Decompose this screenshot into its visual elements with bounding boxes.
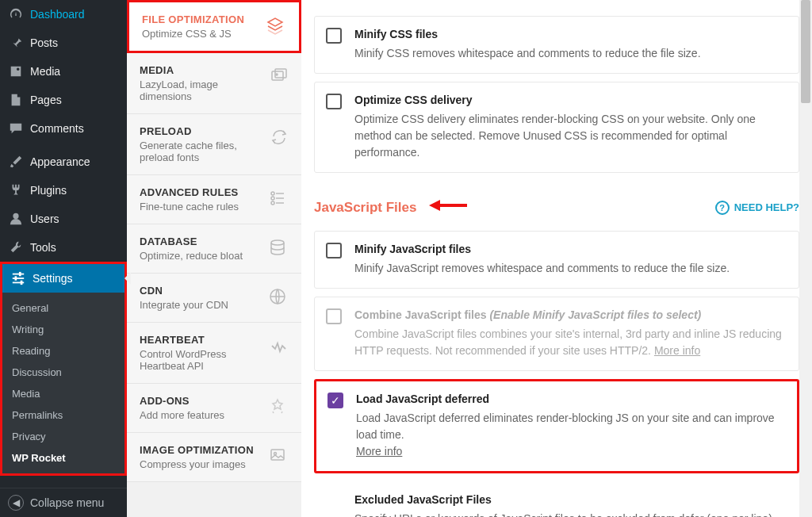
submenu-general[interactable]: General xyxy=(2,297,124,319)
combine-js-checkbox xyxy=(326,308,342,324)
option-title: Combine JavaScript files xyxy=(354,308,487,321)
svg-marker-21 xyxy=(429,200,440,211)
checkbox[interactable] xyxy=(326,94,342,109)
submenu-discussion[interactable]: Discussion xyxy=(2,362,124,383)
tab-icon xyxy=(268,446,289,468)
option-title: Minify CSS files xyxy=(354,28,784,40)
tab-title: FILE OPTIMIZATION xyxy=(142,13,244,25)
defer-js-checkbox[interactable]: ✓ xyxy=(327,393,343,408)
menu-tools[interactable]: Tools xyxy=(0,233,127,262)
svg-point-14 xyxy=(271,201,274,205)
tab-title: DATABASE xyxy=(140,236,243,247)
svg-point-19 xyxy=(274,453,277,455)
submenu-privacy[interactable]: Privacy xyxy=(2,426,124,447)
menu-pages[interactable]: Pages xyxy=(0,86,127,114)
rocket-tab-heartbeat[interactable]: HEARTBEATControl WordPress Heartbeat API xyxy=(127,323,301,384)
minify-js-checkbox[interactable] xyxy=(326,243,342,258)
svg-point-0 xyxy=(13,213,18,219)
menu-settings[interactable]: Settings xyxy=(2,264,124,293)
menu-label: Pages xyxy=(30,94,62,106)
tab-title: PRELOAD xyxy=(140,125,262,137)
more-info-link[interactable]: More info xyxy=(654,344,700,357)
rocket-tab-cdn[interactable]: CDNIntegrate your CDN xyxy=(127,274,301,323)
tab-icon xyxy=(270,336,289,358)
submenu-media[interactable]: Media xyxy=(2,383,124,404)
css-option: Optimize CSS deliveryOptimize CSS delive… xyxy=(314,82,799,173)
menu-users[interactable]: Users xyxy=(0,205,127,233)
rocket-tab-image-optimization[interactable]: IMAGE OPTIMIZATIONCompress your images xyxy=(127,433,301,482)
menu-dashboard[interactable]: Dashboard xyxy=(0,0,127,29)
scrollbar[interactable] xyxy=(799,0,812,517)
tab-title: IMAGE OPTIMIZATION xyxy=(140,444,254,456)
menu-posts[interactable]: Posts xyxy=(0,29,127,57)
tab-subtitle: Fine-tune cache rules xyxy=(140,201,239,213)
option-title: Minify JavaScript files xyxy=(354,243,784,255)
rocket-tab-add-ons[interactable]: ADD-ONSAdd more features xyxy=(127,384,301,433)
scrollbar-thumb[interactable] xyxy=(801,0,810,103)
menu-label: Users xyxy=(30,213,59,225)
media-icon xyxy=(8,63,24,79)
excluded-js-option: Excluded JavaScript Files Specify URLs o… xyxy=(314,481,799,517)
svg-rect-7 xyxy=(272,71,283,80)
menu-plugins[interactable]: Plugins xyxy=(0,176,127,205)
wp-admin-sidebar: DashboardPostsMediaPagesComments Appeara… xyxy=(0,0,127,517)
menu-label: Tools xyxy=(30,241,56,254)
collapse-icon: ◀ xyxy=(8,495,24,511)
submenu-permalinks[interactable]: Permalinks xyxy=(2,404,124,426)
collapse-menu[interactable]: ◀ Collapse menu xyxy=(0,488,127,517)
rocket-tab-advanced-rules[interactable]: ADVANCED RULESFine-tune cache rules xyxy=(127,175,301,224)
more-info-link[interactable]: More info xyxy=(356,445,402,458)
menu-label: Media xyxy=(30,65,60,78)
menu-media[interactable]: Media xyxy=(0,57,127,86)
collapse-label: Collapse menu xyxy=(30,496,104,509)
rocket-tab-file-optimization[interactable]: FILE OPTIMIZATIONOptimize CSS & JS xyxy=(127,0,301,53)
menu-appearance[interactable]: Appearance xyxy=(0,147,127,176)
rocket-tab-media[interactable]: MEDIALazyLoad, image dimensions xyxy=(127,53,301,114)
tab-title: ADD-ONS xyxy=(140,395,224,407)
plug-icon xyxy=(8,182,24,198)
tab-subtitle: Generate cache files, preload fonts xyxy=(140,140,262,163)
need-help-link[interactable]: ? NEED HELP? xyxy=(715,201,799,215)
arrow-left-icon xyxy=(427,195,470,220)
settings-content: Minify CSS filesMinify CSS removes white… xyxy=(301,0,812,517)
menu-label: Settings xyxy=(33,272,73,285)
tab-subtitle: LazyLoad, image dimensions xyxy=(140,79,262,102)
option-title: Excluded JavaScript Files xyxy=(354,493,784,506)
svg-point-10 xyxy=(271,192,274,195)
menu-label: Posts xyxy=(30,36,58,49)
help-icon: ? xyxy=(715,201,730,215)
svg-rect-18 xyxy=(271,450,284,460)
settings-submenu: GeneralWritingReadingDiscussionMediaPerm… xyxy=(2,293,124,473)
settings-section-highlighted: Settings GeneralWritingReadingDiscussion… xyxy=(0,262,127,476)
option-hint: (Enable Minify JavaScript files to selec… xyxy=(489,308,701,321)
svg-rect-2 xyxy=(13,278,24,279)
checkbox[interactable] xyxy=(326,28,342,44)
menu-label: Comments xyxy=(30,122,84,135)
submenu-reading[interactable]: Reading xyxy=(2,340,124,362)
combine-js-option: Combine JavaScript files (Enable Minify … xyxy=(314,297,799,371)
need-help-label: NEED HELP? xyxy=(734,201,799,213)
submenu-writing[interactable]: Writing xyxy=(2,319,124,340)
comment-icon xyxy=(8,121,24,136)
menu-label: Plugins xyxy=(30,184,67,197)
svg-rect-1 xyxy=(13,274,24,275)
menu-comments[interactable]: Comments xyxy=(0,114,127,143)
option-title: Optimize CSS delivery xyxy=(354,94,784,106)
submenu-wp-rocket[interactable]: WP Rocket xyxy=(2,447,124,469)
tab-subtitle: Optimize, reduce bloat xyxy=(140,250,243,262)
option-title: Load JavaScript deferred xyxy=(356,393,783,405)
wrench-icon xyxy=(8,239,24,255)
tab-subtitle: Control WordPress Heartbeat API xyxy=(140,348,262,372)
option-desc: Minify JavaScript removes whitespace and… xyxy=(354,260,784,277)
tab-icon xyxy=(268,189,289,210)
menu-label: Dashboard xyxy=(30,8,85,21)
user-icon xyxy=(8,211,24,227)
svg-point-16 xyxy=(271,240,284,245)
rocket-tab-database[interactable]: DATABASEOptimize, reduce bloat xyxy=(127,224,301,274)
svg-rect-5 xyxy=(15,276,17,280)
page-icon xyxy=(8,92,24,108)
tab-icon xyxy=(270,128,289,149)
brush-icon xyxy=(8,154,24,170)
dashboard-icon xyxy=(8,6,24,22)
rocket-tab-preload[interactable]: PRELOADGenerate cache files, preload fon… xyxy=(127,114,301,175)
